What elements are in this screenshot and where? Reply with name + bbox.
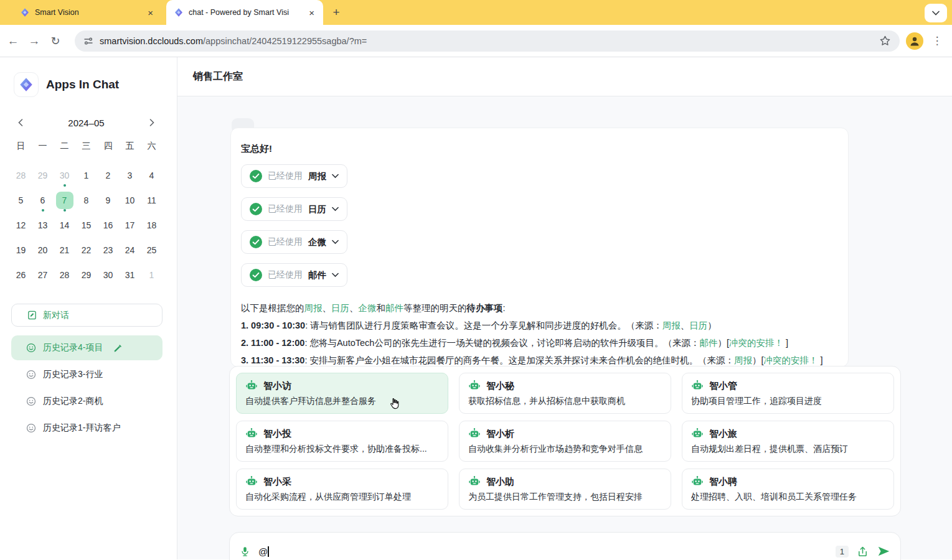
calendar-day[interactable]: 10 <box>119 188 141 213</box>
browser-tab-smart-vision[interactable]: Smart Vision × <box>12 0 162 25</box>
calendar-day[interactable]: 5 <box>10 188 32 213</box>
calendar-day[interactable]: 2 <box>97 163 119 188</box>
source-link[interactable]: 周报 <box>304 303 323 313</box>
calendar-day[interactable]: 26 <box>10 263 32 287</box>
agent-card[interactable]: 智小投自动整理和分析投标文件要求，协助准备投标... <box>236 421 448 462</box>
used-tool-prefix: 已经使用 <box>268 170 303 182</box>
back-button[interactable]: ← <box>2 30 24 52</box>
calendar-day[interactable]: 22 <box>75 238 97 263</box>
close-icon[interactable]: × <box>308 7 316 18</box>
mic-icon[interactable] <box>240 546 250 558</box>
source-link[interactable]: 日历 <box>331 303 349 313</box>
calendar-day[interactable]: 31 <box>119 263 141 287</box>
history-item[interactable]: 历史记录3-行业 <box>11 362 163 387</box>
used-tool-chip[interactable]: 已经使用企微 <box>241 230 347 254</box>
edit-pencil-icon[interactable] <box>113 343 123 353</box>
browser-menu-button[interactable]: ⋮ <box>928 32 946 50</box>
calendar-day[interactable]: 16 <box>97 213 119 238</box>
upload-icon[interactable] <box>857 546 869 558</box>
calendar-day[interactable]: 18 <box>141 213 163 238</box>
composer-bar[interactable]: @ 1 <box>229 532 901 560</box>
history-item[interactable]: 历史记录4-项目 <box>11 335 163 360</box>
robot-icon <box>691 475 704 488</box>
calendar-day[interactable]: 30 <box>54 163 75 188</box>
chevron-down-icon[interactable] <box>332 240 339 245</box>
calendar-weekday-row: 日一二三四五六 <box>10 136 163 157</box>
source-link[interactable]: 邮件 <box>699 338 717 348</box>
calendar-day[interactable]: 11 <box>141 188 163 213</box>
calendar-next-button[interactable] <box>145 116 159 129</box>
source-link[interactable]: 日历 <box>689 320 707 330</box>
calendar-day[interactable]: 14 <box>54 213 75 238</box>
calendar-day[interactable]: 19 <box>10 238 32 263</box>
calendar-day[interactable]: 6 <box>32 188 54 213</box>
calendar-day[interactable]: 1 <box>75 163 97 188</box>
source-link[interactable]: 周报 <box>734 355 752 365</box>
forward-button[interactable]: → <box>24 30 45 52</box>
calendar-day[interactable]: 9 <box>97 188 119 213</box>
calendar-day[interactable]: 15 <box>75 213 97 238</box>
calendar-day[interactable]: 12 <box>10 213 32 238</box>
calendar-day[interactable]: 25 <box>141 238 163 263</box>
history-item[interactable]: 历史记录2-商机 <box>11 389 163 414</box>
used-tool-chip[interactable]: 已经使用邮件 <box>241 263 347 287</box>
reload-button[interactable]: ↻ <box>45 30 66 52</box>
chat-smiley-icon <box>26 370 36 380</box>
calendar-day[interactable]: 29 <box>32 163 54 188</box>
calendar-day[interactable]: 4 <box>141 163 163 188</box>
calendar-day[interactable]: 8 <box>75 188 97 213</box>
calendar-day[interactable]: 21 <box>54 238 75 263</box>
new-tab-button[interactable]: + <box>329 5 344 20</box>
agent-card[interactable]: 智小聘处理招聘、入职、培训和员工关系管理任务 <box>682 469 894 510</box>
source-link[interactable]: 企微 <box>359 303 377 313</box>
todo-line: 2. 11:00 - 12:00: 您将与AutoTech公司的张先生进行一场关… <box>241 334 838 352</box>
chevron-down-icon[interactable] <box>332 207 339 212</box>
browser-tab-chat-active[interactable]: chat - Powered by Smart Visi × <box>166 0 323 25</box>
edit-pencil-icon[interactable] <box>113 343 123 353</box>
profile-avatar[interactable] <box>906 32 923 50</box>
calendar-day[interactable]: 7 <box>54 188 75 213</box>
bookmark-star-icon[interactable] <box>879 35 891 47</box>
calendar-day-number: 16 <box>100 217 117 234</box>
calendar-day[interactable]: 3 <box>119 163 141 188</box>
url-bar[interactable]: smartvision.dcclouds.com/appsinchat/2404… <box>75 30 900 52</box>
calendar-day[interactable]: 1 <box>141 263 163 287</box>
robot-icon <box>245 380 258 392</box>
source-link[interactable]: 冲突的安排！ <box>729 338 783 348</box>
new-chat-button[interactable]: 新对话 <box>11 304 163 327</box>
calendar-day[interactable]: 24 <box>119 238 141 263</box>
calendar-day[interactable]: 29 <box>75 263 97 287</box>
source-link[interactable]: 冲突的安排！ <box>763 355 818 365</box>
source-link[interactable]: 周报 <box>662 320 681 330</box>
agent-name: 智小聘 <box>709 476 737 488</box>
agent-card[interactable]: 智小析自动收集并分析行业市场趋势和竞争对手信息 <box>459 421 671 462</box>
agent-card[interactable]: 智小采自动化采购流程，从供应商管理到订单处理 <box>236 469 448 510</box>
chevron-down-icon[interactable] <box>332 174 339 179</box>
history-item[interactable]: 历史记录1-拜访客户 <box>11 416 163 441</box>
agent-card[interactable]: 智小秘获取招标信息，并从招标信息中获取商机 <box>459 373 671 414</box>
used-tool-chip[interactable]: 已经使用周报 <box>241 164 347 188</box>
source-link[interactable]: 邮件 <box>385 303 403 313</box>
agent-card[interactable]: 智小助为员工提供日常工作管理支持，包括日程安排 <box>459 469 671 510</box>
send-icon[interactable] <box>877 544 890 558</box>
calendar-day[interactable]: 13 <box>32 213 54 238</box>
calendar-prev-button[interactable] <box>14 116 27 129</box>
calendar-day[interactable]: 30 <box>97 263 119 287</box>
calendar-day[interactable]: 17 <box>119 213 141 238</box>
calendar-day[interactable]: 23 <box>97 238 119 263</box>
agent-card[interactable]: 智小管协助项目管理工作，追踪项目进度 <box>682 373 894 414</box>
tab-search-button[interactable] <box>925 4 947 22</box>
site-settings-icon[interactable] <box>83 36 93 46</box>
close-icon[interactable]: × <box>146 7 154 18</box>
composer-input[interactable]: @ <box>258 546 269 557</box>
calendar-weekday: 日 <box>10 136 32 157</box>
calendar-day[interactable]: 28 <box>10 163 32 188</box>
used-tool-chip[interactable]: 已经使用日历 <box>241 197 347 221</box>
chevron-down-icon[interactable] <box>332 273 339 278</box>
agent-card[interactable]: 智小访自动提供客户拜访信息并整合服务 <box>236 373 448 414</box>
calendar-day[interactable]: 20 <box>32 238 54 263</box>
calendar-day[interactable]: 27 <box>32 263 54 287</box>
agent-description: 处理招聘、入职、培训和员工关系管理任务 <box>691 492 885 503</box>
calendar-day[interactable]: 28 <box>54 263 75 287</box>
agent-card[interactable]: 智小旅自动规划出差日程，提供机票、酒店预订 <box>682 421 894 462</box>
